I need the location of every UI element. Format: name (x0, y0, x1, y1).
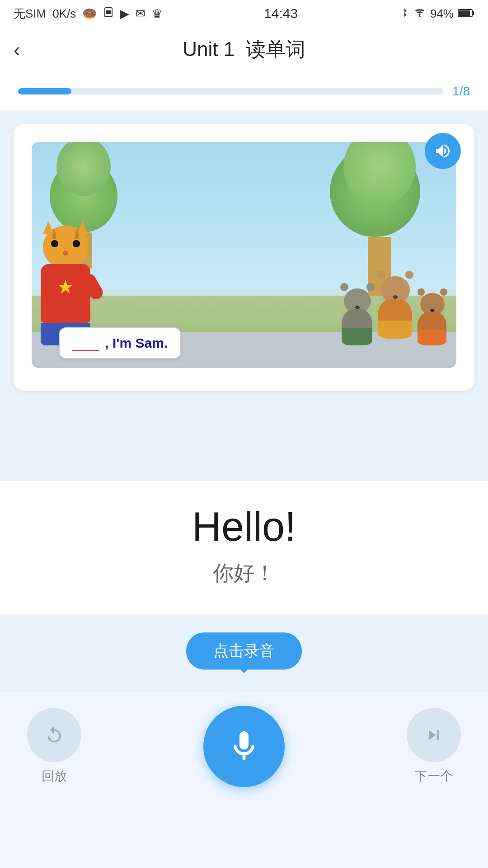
record-hint-bubble[interactable]: 点击录音 (186, 632, 302, 670)
food-icon: 🍩 (82, 7, 97, 21)
image-card: ★ (14, 124, 474, 391)
speed-text: 0K/s (52, 7, 76, 21)
mouse-2 (378, 276, 413, 339)
main-area: ★ (0, 110, 488, 481)
status-right: 94% (399, 7, 474, 21)
svg-rect-1 (106, 10, 111, 14)
progress-section: 1/8 (0, 72, 488, 110)
battery-percent: 94% (430, 7, 454, 21)
record-group (203, 706, 285, 787)
page-title: Unit 1 读单词 (183, 36, 305, 63)
header: ‹ Unit 1 读单词 (0, 27, 488, 72)
wifi-icon (414, 7, 426, 21)
crown-icon: ♛ (152, 7, 162, 21)
sound-button[interactable] (425, 133, 461, 169)
sim-icon (103, 7, 114, 21)
playback-group: 回放 (27, 708, 81, 785)
progress-track (18, 88, 443, 94)
status-left: 无SIM 0K/s 🍩 ▶ ✉ ♛ (14, 6, 162, 22)
progress-fill (18, 88, 71, 94)
record-section: 点击录音 (0, 614, 488, 692)
next-label: 下一个 (415, 768, 453, 785)
playback-label: 回放 (42, 768, 67, 785)
word-section: Hello! 你好！ (0, 481, 488, 614)
speech-text: , I'm Sam. (105, 335, 168, 350)
illustration: ★ (32, 142, 456, 368)
microphone-icon (226, 728, 262, 764)
mouse-3 (418, 293, 447, 345)
word-chinese: 你好！ (18, 559, 470, 587)
record-button[interactable] (203, 706, 285, 787)
next-icon (424, 725, 444, 745)
svg-rect-4 (459, 10, 470, 16)
svg-rect-3 (472, 11, 474, 15)
status-time: 14:43 (264, 6, 298, 21)
speaker-icon (434, 142, 452, 160)
progress-label: 1/8 (452, 84, 470, 99)
playback-button[interactable] (27, 708, 81, 762)
mouse-1 (342, 288, 373, 345)
speech-blank (72, 350, 99, 351)
next-group: 下一个 (407, 708, 461, 785)
bluetooth-icon (399, 7, 409, 21)
battery-icon (458, 7, 474, 21)
back-button[interactable]: ‹ (14, 40, 20, 60)
speech-bubble: , I'm Sam. (59, 327, 181, 359)
next-button[interactable] (407, 708, 461, 762)
word-english: Hello! (18, 504, 470, 550)
replay-icon (44, 725, 64, 745)
play-icon: ▶ (120, 7, 129, 21)
mail-icon: ✉ (136, 7, 145, 21)
carrier-text: 无SIM (14, 6, 46, 22)
status-bar: 无SIM 0K/s 🍩 ▶ ✉ ♛ 14:43 94% (0, 0, 488, 27)
controls-bar: 回放 下一个 (0, 692, 488, 814)
